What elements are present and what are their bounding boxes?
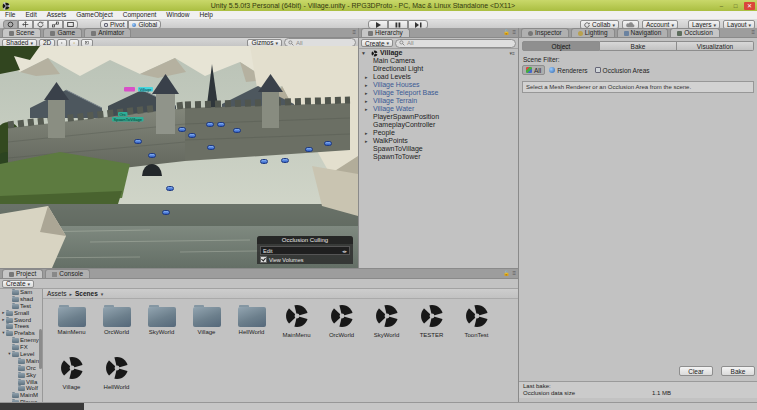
tree-item[interactable]: Main	[0, 358, 42, 365]
blue-gizmo-icon[interactable]	[305, 147, 313, 152]
panel-menu-icon[interactable]: ≡	[512, 270, 516, 276]
asset-scene[interactable]: MainMenu	[274, 303, 319, 338]
blue-gizmo-icon[interactable]	[207, 145, 215, 150]
subtab-visualization[interactable]: Visualization	[677, 41, 754, 51]
menu-file[interactable]: File	[0, 11, 20, 19]
asset-scene[interactable]: Village	[49, 355, 94, 390]
tab-game[interactable]: Game	[43, 28, 82, 37]
blue-gizmo-icon[interactable]	[260, 159, 268, 164]
hierarchy-item[interactable]: PlayerSpawnPosition	[359, 113, 518, 121]
foldout-arrow-icon[interactable]: ▸	[365, 129, 368, 137]
hierarchy-item[interactable]: Main Camera	[359, 57, 518, 65]
tab-scene[interactable]: Scene	[2, 28, 41, 37]
maximize-button[interactable]: □	[730, 2, 741, 10]
blue-gizmo-icon[interactable]	[206, 122, 214, 127]
tab-inspector[interactable]: Inspector	[521, 28, 569, 37]
asset-folder[interactable]: OrcWorld	[94, 303, 139, 335]
foldout-arrow-icon[interactable]: ▸	[365, 97, 368, 105]
blue-gizmo-icon[interactable]	[162, 210, 170, 215]
blue-gizmo-icon[interactable]	[217, 122, 225, 127]
tab-project[interactable]: Project	[2, 269, 43, 278]
asset-scene[interactable]: OrcWorld	[319, 303, 364, 338]
blue-gizmo-icon[interactable]	[233, 128, 241, 133]
menu-component[interactable]: Component	[118, 11, 162, 19]
tree-item[interactable]: ▾Level	[0, 351, 42, 358]
menu-gameobject[interactable]: GameObject	[71, 11, 118, 19]
scene-options-icon[interactable]: ▾≡	[510, 49, 515, 57]
tree-item[interactable]: Orc	[0, 365, 42, 372]
asset-scene[interactable]: ToonTest	[454, 303, 499, 338]
asset-folder[interactable]: SkyWorld	[139, 303, 184, 335]
asset-scene[interactable]: SkyWorld	[364, 303, 409, 338]
view-volumes-checkbox[interactable]	[260, 256, 267, 263]
breadcrumb-current[interactable]: Scenes	[75, 290, 98, 297]
asset-folder[interactable]: MainMenu	[49, 303, 94, 335]
close-button[interactable]: ✕	[744, 2, 755, 10]
menu-edit[interactable]: Edit	[20, 11, 41, 19]
asset-scene[interactable]: TESTER	[409, 303, 454, 338]
foldout-arrow-icon[interactable]: ▸	[365, 89, 368, 97]
tree-item[interactable]: Sam	[0, 289, 42, 296]
scene-object-label-orc[interactable]: Orc	[118, 112, 127, 117]
hierarchy-item[interactable]: GameplayController	[359, 121, 518, 129]
tree-item[interactable]: ▾Prefabs	[0, 330, 42, 337]
scene-object-label-village[interactable]: Village	[138, 87, 153, 92]
hierarchy-item[interactable]: Directional Light	[359, 65, 518, 73]
tree-item[interactable]: Wolf	[0, 385, 42, 392]
tree-item[interactable]: FX	[0, 344, 42, 351]
hierarchy-item[interactable]: ▸Load Levels	[359, 73, 518, 81]
subtab-bake[interactable]: Bake	[600, 41, 677, 51]
hierarchy-item[interactable]: ▸Village Houses	[359, 81, 518, 89]
tab-navigation[interactable]: Navigation	[617, 28, 669, 37]
hierarchy-item[interactable]: ▸Village Terrain	[359, 97, 518, 105]
blue-gizmo-icon[interactable]	[188, 133, 196, 138]
blue-gizmo-icon[interactable]	[178, 127, 186, 132]
blue-gizmo-icon[interactable]	[148, 153, 156, 158]
foldout-arrow-icon[interactable]: ▼	[361, 49, 366, 57]
tab-hierarchy[interactable]: Hierarchy	[361, 28, 410, 37]
tree-item[interactable]: MainM	[0, 392, 42, 399]
menu-window[interactable]: Window	[161, 11, 194, 19]
hierarchy-item[interactable]: ▸Village Teleport Base	[359, 89, 518, 97]
tree-scrollbar[interactable]	[39, 329, 42, 369]
panel-menu-icon[interactable]: ≡	[512, 29, 516, 35]
tree-item[interactable]: Enemy	[0, 337, 42, 344]
minimize-button[interactable]: –	[716, 2, 727, 10]
scene-object-label-chip[interactable]	[124, 87, 135, 92]
hierarchy-scene-root[interactable]: ▼ Village ▾≡	[359, 49, 518, 57]
breadcrumb-assets[interactable]: Assets	[47, 290, 67, 297]
tab-occlusion[interactable]: Occlusion	[670, 28, 720, 37]
hierarchy-item[interactable]: SpawnToVillage	[359, 145, 518, 153]
panel-menu-icon[interactable]: ≡	[352, 29, 356, 35]
project-create-button[interactable]: Create ▾	[2, 280, 34, 288]
panel-menu-icon[interactable]: ≡	[751, 29, 755, 35]
foldout-arrow-icon[interactable]: ▸	[365, 81, 368, 89]
hierarchy-item[interactable]: ▸People	[359, 129, 518, 137]
menu-help[interactable]: Help	[194, 11, 217, 19]
blue-gizmo-icon[interactable]	[281, 158, 289, 163]
tree-item[interactable]: Villa	[0, 379, 42, 386]
bake-button[interactable]: Bake	[721, 366, 755, 376]
filter-all-button[interactable]: All	[522, 65, 545, 75]
tab-console[interactable]: Console	[45, 269, 90, 278]
menu-assets[interactable]: Assets	[42, 11, 72, 19]
hierarchy-item[interactable]: ▸Village Water	[359, 105, 518, 113]
hierarchy-search-input[interactable]: All	[395, 39, 516, 48]
subtab-object[interactable]: Object	[522, 41, 600, 51]
lock-icon[interactable]: 🔓	[503, 29, 509, 35]
foldout-arrow-icon[interactable]: ▸	[365, 73, 368, 81]
tree-item[interactable]: Sky	[0, 372, 42, 379]
filter-renderers-button[interactable]: Renderers	[546, 65, 590, 75]
lock-icon[interactable]: 🔓	[503, 270, 509, 276]
hierarchy-item[interactable]: ▸WalkPoints	[359, 137, 518, 145]
tree-item[interactable]: shad	[0, 296, 42, 303]
clear-button[interactable]: Clear	[679, 366, 713, 376]
blue-gizmo-icon[interactable]	[166, 186, 174, 191]
asset-folder[interactable]: HellWorld	[229, 303, 274, 335]
tab-lighting[interactable]: Lighting	[571, 28, 615, 37]
occlusion-mode-dropdown[interactable]: Edit ◂▸	[260, 246, 350, 255]
tree-item[interactable]: Test	[0, 303, 42, 310]
tree-item[interactable]: ▸Small	[0, 310, 42, 317]
tab-animator[interactable]: Animator	[84, 28, 131, 37]
hierarchy-item[interactable]: SpawnToTower	[359, 153, 518, 161]
